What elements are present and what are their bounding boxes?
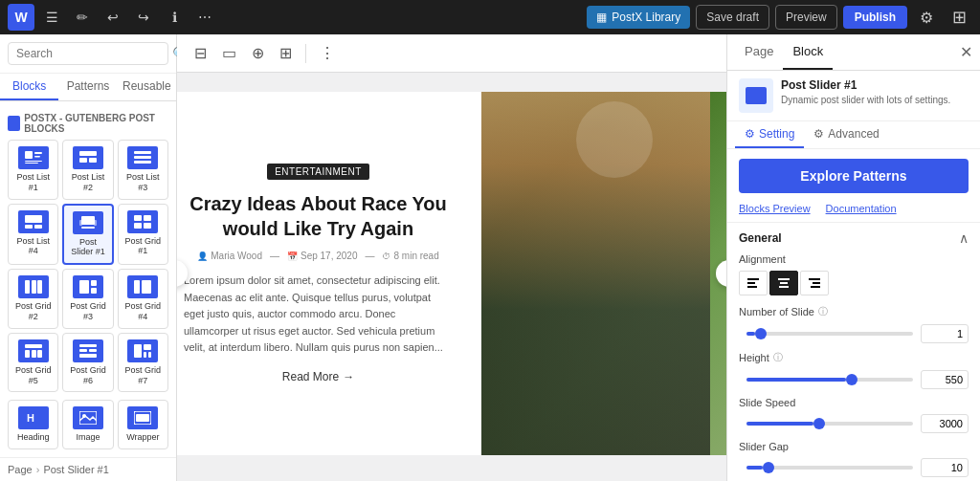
- svg-rect-69: [747, 286, 757, 288]
- height-input[interactable]: [921, 370, 969, 389]
- top-bar-right: ▦ PostX Library Save draft Preview Publi…: [587, 4, 972, 31]
- slider-category: Entertainment: [267, 164, 369, 180]
- slider-gap-thumb[interactable]: [763, 462, 774, 473]
- tools-icon[interactable]: ⋯: [191, 4, 218, 31]
- arrow-right-icon: →: [343, 370, 354, 383]
- setting-tab-advanced[interactable]: ⚙ Advanced: [804, 121, 888, 148]
- align-center-button[interactable]: [769, 271, 798, 295]
- svg-rect-7: [89, 158, 97, 163]
- post-grid-7-icon: [127, 339, 158, 362]
- blocks-preview-link[interactable]: Blocks Preview: [739, 203, 811, 214]
- post-list-1-label: Post List #1: [12, 172, 54, 193]
- align-left-tool[interactable]: ⊟: [189, 40, 212, 66]
- block-item-post-grid-4[interactable]: Post Grid #4: [118, 269, 168, 329]
- more-options-icon[interactable]: ⊞: [946, 4, 972, 31]
- block-info-title: Post Slider #1: [781, 78, 950, 92]
- explore-patterns-button[interactable]: Explore Patterns: [739, 159, 969, 193]
- svg-rect-67: [747, 278, 759, 280]
- block-item-post-grid-1[interactable]: Post Grid #1: [118, 204, 168, 266]
- top-bar: W ☰ ✏ ↩ ↪ ℹ ⋯ ▦ PostX Library Save draft…: [0, 0, 980, 34]
- documentation-link[interactable]: Documentation: [826, 203, 897, 214]
- number-of-slide-input[interactable]: [921, 324, 969, 343]
- breadcrumb-current: Post Slider #1: [43, 464, 108, 475]
- slider-gap-track[interactable]: [746, 466, 913, 470]
- number-of-slide-track[interactable]: [746, 332, 913, 336]
- search-input[interactable]: [8, 42, 168, 65]
- height-track[interactable]: [746, 378, 913, 382]
- image-icon: [73, 406, 103, 429]
- tab-reusable[interactable]: Reusable: [118, 74, 176, 100]
- number-of-slide-thumb[interactable]: [755, 328, 767, 339]
- setting-icon: ⚙: [745, 127, 755, 141]
- block-item-post-grid-6[interactable]: Post Grid #6: [62, 333, 113, 393]
- svg-rect-21: [144, 223, 151, 229]
- post-grid-6-icon: [73, 339, 103, 362]
- svg-rect-6: [79, 158, 87, 163]
- setting-tab-setting[interactable]: ⚙ Setting: [735, 121, 804, 148]
- block-item-post-grid-3[interactable]: Post Grid #3: [62, 269, 113, 329]
- settings-icon[interactable]: ⚙: [913, 4, 940, 31]
- tab-blocks[interactable]: Blocks: [0, 74, 58, 100]
- right-panel: Page Block ✕ Post Slider #1 Dynamic post…: [726, 34, 980, 481]
- save-draft-button[interactable]: Save draft: [696, 5, 769, 30]
- info-icon[interactable]: ℹ: [161, 4, 188, 31]
- tab-page[interactable]: Page: [735, 34, 783, 70]
- svg-rect-70: [778, 278, 790, 280]
- block-item-post-list-1[interactable]: Post List #1: [8, 140, 58, 200]
- redo-icon[interactable]: ↪: [130, 4, 157, 31]
- svg-rect-20: [134, 223, 142, 229]
- general-collapse-icon[interactable]: ∧: [959, 230, 969, 246]
- slider-image-area: Entertainment Crazy Ideas About Race You…: [177, 92, 726, 455]
- svg-rect-17: [81, 227, 95, 229]
- block-item-post-list-4[interactable]: Post List #4: [8, 204, 58, 266]
- block-item-post-list-3[interactable]: Post List #3: [118, 140, 168, 200]
- block-item-heading[interactable]: H Heading: [8, 400, 58, 449]
- read-more-link[interactable]: Read More →: [282, 370, 354, 383]
- menu-icon[interactable]: ☰: [38, 4, 65, 31]
- link-tool[interactable]: ⊕: [246, 40, 270, 66]
- block-item-post-slider-1[interactable]: Post Slider #1: [62, 204, 113, 266]
- slider-gap-input[interactable]: [921, 458, 969, 477]
- rp-scroll-area[interactable]: General ∧ Alignment: [727, 223, 980, 481]
- slider-date: 📅 Sep 17, 2020: [287, 251, 358, 261]
- svg-rect-23: [32, 280, 36, 294]
- block-item-post-grid-7[interactable]: Post Grid #7: [118, 333, 168, 393]
- block-item-post-grid-5[interactable]: Post Grid #5: [8, 333, 58, 393]
- svg-rect-1: [34, 152, 42, 154]
- publish-button[interactable]: Publish: [843, 6, 907, 29]
- align-right-button[interactable]: [800, 271, 829, 295]
- block-item-wrapper[interactable]: Wrapper: [118, 400, 168, 449]
- align-left-button[interactable]: [739, 271, 768, 295]
- block-item-post-grid-2[interactable]: Post Grid #2: [8, 269, 58, 329]
- canvas-scroll[interactable]: Entertainment Crazy Ideas About Race You…: [177, 73, 726, 481]
- calendar-icon: 📅: [287, 251, 298, 261]
- slide-speed-input[interactable]: [921, 414, 969, 433]
- tab-patterns[interactable]: Patterns: [58, 74, 117, 100]
- general-section-header: General ∧: [739, 230, 969, 246]
- slider-excerpt: Lorem ipsum dolor sit amet, consectetur …: [184, 273, 453, 357]
- image-label: Image: [76, 432, 100, 443]
- right-panel-tabs: Page Block ✕: [727, 34, 980, 71]
- svg-rect-46: [136, 414, 149, 422]
- image-tool[interactable]: ⊞: [274, 40, 298, 66]
- svg-rect-8: [134, 151, 151, 154]
- more-tool[interactable]: ⋮: [314, 40, 341, 66]
- general-section: General ∧ Alignment: [727, 223, 980, 481]
- svg-rect-31: [25, 350, 30, 358]
- block-item-post-list-2[interactable]: Post List #2: [62, 140, 113, 200]
- block-item-image[interactable]: Image: [62, 400, 113, 449]
- slide-speed-track[interactable]: [746, 422, 913, 426]
- postx-library-icon: ▦: [596, 11, 607, 24]
- panel-close-button[interactable]: ✕: [960, 43, 972, 61]
- preview-button[interactable]: Preview: [775, 5, 837, 30]
- height-thumb[interactable]: [846, 374, 858, 385]
- postx-library-button[interactable]: ▦ PostX Library: [587, 6, 690, 29]
- undo-icon[interactable]: ↩: [100, 4, 126, 31]
- slide-speed-thumb[interactable]: [813, 418, 825, 429]
- breadcrumb-page: Page: [8, 464, 33, 475]
- heading-icon: H: [18, 406, 49, 429]
- edit-icon[interactable]: ✏: [69, 4, 96, 31]
- align-wide-tool[interactable]: ▭: [216, 40, 242, 66]
- tab-block[interactable]: Block: [783, 34, 833, 70]
- main-layout: 🔍 Blocks Patterns Reusable POSTX - GUTEN…: [0, 34, 980, 481]
